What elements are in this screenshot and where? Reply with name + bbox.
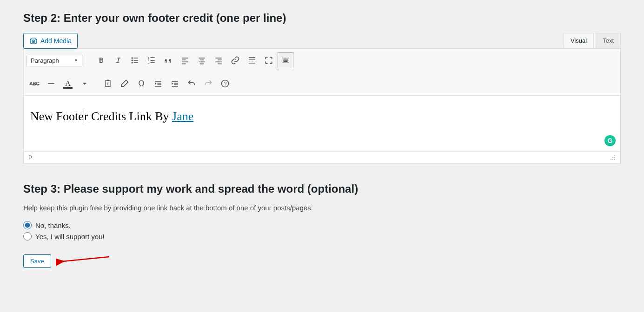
svg-point-0 bbox=[33, 40, 34, 42]
svg-rect-45 bbox=[155, 81, 161, 82]
svg-rect-19 bbox=[199, 62, 205, 63]
help-button[interactable]: ? bbox=[217, 76, 233, 91]
editor-text-after-cursor: r Credits Link By bbox=[84, 110, 172, 123]
numbered-list-icon: 123 bbox=[147, 56, 156, 65]
svg-rect-43 bbox=[107, 80, 109, 81]
bullet-list-button[interactable] bbox=[127, 52, 143, 68]
text-color-button[interactable]: A bbox=[60, 76, 76, 91]
chevron-down-icon bbox=[80, 79, 89, 88]
add-media-button[interactable]: Add Media bbox=[23, 33, 78, 49]
redo-button[interactable] bbox=[200, 76, 216, 91]
numbered-list-button[interactable]: 123 bbox=[144, 52, 159, 68]
undo-button[interactable] bbox=[184, 76, 199, 91]
outdent-icon bbox=[153, 79, 163, 88]
radio-option-no[interactable]: No, thanks. bbox=[23, 221, 621, 229]
bold-icon bbox=[97, 56, 106, 65]
svg-rect-35 bbox=[283, 60, 284, 61]
align-center-button[interactable] bbox=[194, 52, 210, 68]
svg-rect-20 bbox=[200, 64, 204, 65]
blockquote-button[interactable] bbox=[160, 52, 176, 68]
svg-rect-30 bbox=[283, 59, 284, 60]
clipboard-icon: T bbox=[103, 79, 113, 88]
svg-rect-46 bbox=[157, 83, 161, 84]
step3-help-text: Help keep this plugin free by providing … bbox=[23, 204, 621, 212]
special-char-button[interactable]: Ω bbox=[133, 76, 149, 91]
svg-text:T: T bbox=[107, 82, 109, 86]
svg-rect-22 bbox=[218, 59, 221, 60]
svg-rect-51 bbox=[174, 84, 178, 85]
add-media-label: Add Media bbox=[40, 37, 72, 45]
resize-handle[interactable] bbox=[609, 154, 616, 162]
resize-grip-icon bbox=[609, 154, 616, 160]
link-icon bbox=[231, 56, 240, 65]
toolbar-toggle-button[interactable] bbox=[278, 52, 293, 68]
svg-text:?: ? bbox=[224, 81, 227, 86]
omega-icon: Ω bbox=[138, 79, 144, 89]
svg-rect-41 bbox=[48, 83, 54, 84]
tab-visual[interactable]: Visual bbox=[564, 33, 594, 48]
readmore-button[interactable] bbox=[244, 52, 260, 68]
strikethrough-button[interactable]: ABC bbox=[27, 76, 42, 91]
fullscreen-button[interactable] bbox=[261, 52, 277, 68]
svg-rect-4 bbox=[134, 60, 138, 61]
svg-rect-21 bbox=[215, 58, 221, 58]
indent-button[interactable] bbox=[167, 76, 183, 91]
radio-yes-label: Yes, I will support you! bbox=[35, 233, 105, 240]
svg-rect-48 bbox=[155, 86, 161, 87]
link-button[interactable] bbox=[227, 52, 243, 68]
align-right-button[interactable] bbox=[211, 52, 226, 68]
align-left-button[interactable] bbox=[177, 52, 193, 68]
redo-icon bbox=[204, 79, 213, 88]
save-button[interactable]: Save bbox=[23, 254, 51, 268]
svg-point-58 bbox=[611, 159, 611, 160]
svg-point-5 bbox=[132, 62, 133, 63]
step2-heading: Step 2: Enter your own footer credit (on… bbox=[23, 12, 621, 25]
svg-rect-24 bbox=[218, 64, 221, 65]
svg-point-59 bbox=[612, 159, 613, 160]
svg-rect-25 bbox=[249, 57, 255, 58]
svg-rect-49 bbox=[172, 81, 178, 82]
svg-rect-17 bbox=[199, 58, 205, 58]
radio-no-label: No, thanks. bbox=[35, 221, 71, 229]
svg-rect-2 bbox=[134, 58, 138, 58]
editor-text-before-cursor: New Foote bbox=[30, 110, 84, 123]
hr-icon bbox=[46, 79, 56, 88]
radio-yes-input[interactable] bbox=[23, 232, 32, 240]
camera-music-icon bbox=[29, 37, 38, 45]
grammarly-badge[interactable]: G bbox=[604, 135, 616, 146]
svg-point-60 bbox=[614, 159, 615, 160]
support-radio-group: No, thanks. Yes, I will support you! bbox=[23, 221, 621, 240]
svg-rect-18 bbox=[200, 59, 204, 60]
tab-text[interactable]: Text bbox=[596, 33, 621, 48]
svg-rect-32 bbox=[285, 59, 286, 60]
bold-button[interactable] bbox=[93, 52, 109, 68]
svg-rect-26 bbox=[249, 59, 255, 60]
radio-no-input[interactable] bbox=[23, 221, 32, 229]
format-select[interactable]: Paragraph bbox=[27, 55, 82, 66]
italic-button[interactable] bbox=[110, 52, 126, 68]
hr-button[interactable] bbox=[43, 76, 59, 91]
indent-icon bbox=[170, 79, 179, 88]
italic-icon bbox=[113, 56, 123, 65]
radio-option-yes[interactable]: Yes, I will support you! bbox=[23, 232, 621, 240]
svg-rect-16 bbox=[182, 64, 186, 65]
paste-text-button[interactable]: T bbox=[100, 76, 116, 91]
help-icon: ? bbox=[220, 79, 230, 88]
svg-rect-47 bbox=[157, 84, 161, 85]
svg-rect-14 bbox=[182, 59, 186, 60]
svg-rect-8 bbox=[151, 57, 155, 58]
editor-link[interactable]: Jane bbox=[172, 110, 193, 123]
svg-rect-33 bbox=[286, 59, 287, 60]
annotation-arrow bbox=[56, 252, 112, 266]
svg-rect-36 bbox=[284, 60, 285, 61]
align-center-icon bbox=[197, 56, 206, 65]
outdent-button[interactable] bbox=[150, 76, 166, 91]
clear-format-button[interactable] bbox=[117, 76, 133, 91]
element-path[interactable]: P bbox=[28, 155, 32, 161]
svg-rect-39 bbox=[287, 60, 288, 61]
text-color-dropdown[interactable] bbox=[77, 76, 93, 91]
keyboard-icon bbox=[281, 56, 290, 65]
editor-content-area[interactable]: New Footer Credits Link By Jane G bbox=[23, 96, 621, 151]
svg-point-3 bbox=[132, 59, 133, 61]
eraser-icon bbox=[120, 79, 129, 88]
